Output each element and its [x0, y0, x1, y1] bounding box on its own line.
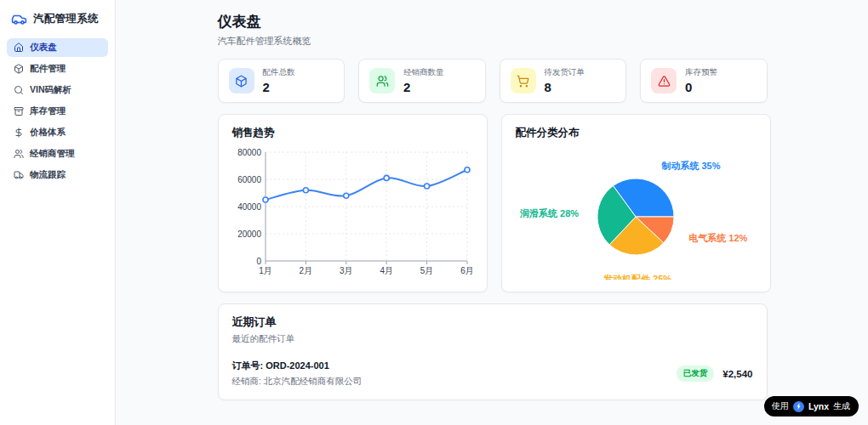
sidebar-item-label: 库存管理 — [30, 105, 66, 117]
sales-trend-card: 销售趋势 0200004000060000800001月2月3月4月5月6月 — [218, 114, 488, 292]
sales-trend-title: 销售趋势 — [232, 126, 473, 140]
svg-text:40000: 40000 — [237, 202, 261, 212]
app-title: 汽配管理系统 — [33, 12, 99, 26]
sidebar-item-inventory[interactable]: 库存管理 — [7, 102, 108, 121]
sidebar-nav: 仪表盘 配件管理 VIN码解析 库存管理 价格体系 经销商管理 物流跟踪 — [0, 37, 115, 186]
sidebar-item-label: 配件管理 — [30, 63, 66, 75]
category-distribution-card: 配件分类分布 制动系统 35%电气系统 12%发动机配件 25%润滑系统 28% — [501, 114, 771, 292]
svg-text:6月: 6月 — [460, 266, 473, 275]
car-icon — [11, 11, 27, 27]
package-icon — [229, 68, 254, 94]
charts-row: 销售趋势 0200004000060000800001月2月3月4月5月6月 配… — [218, 114, 768, 292]
category-distribution-title: 配件分类分布 — [516, 126, 757, 140]
main-content: 仪表盘 汽车配件管理系统概览 配件总数 2 经销商数量 2 — [117, 0, 868, 425]
badge-brand: Lynx — [808, 401, 829, 411]
category-pie-chart: 制动系统 35%电气系统 12%发动机配件 25%润滑系统 28% — [516, 147, 757, 280]
svg-text:80000: 80000 — [237, 148, 261, 157]
lynx-logo-icon — [793, 401, 804, 412]
sales-trend-line-chart: 0200004000060000800001月2月3月4月5月6月 — [232, 147, 473, 280]
stat-label: 经销商数量 — [403, 67, 444, 78]
sidebar-item-pricing[interactable]: 价格体系 — [7, 123, 108, 142]
recent-orders-title: 近期订单 — [232, 314, 753, 330]
status-badge: 已发货 — [677, 366, 715, 382]
stat-card-parts-total: 配件总数 2 — [218, 59, 345, 103]
stat-card-dealer-count: 经销商数量 2 — [358, 59, 486, 103]
svg-text:2月: 2月 — [299, 266, 312, 275]
order-number: 订单号: ORD-2024-001 — [232, 360, 363, 372]
badge-prefix: 使用 — [772, 400, 789, 412]
sidebar-item-vin[interactable]: VIN码解析 — [7, 81, 108, 99]
svg-text:电气系统 12%: 电气系统 12% — [688, 233, 747, 243]
svg-text:制动系统 35%: 制动系统 35% — [660, 161, 720, 171]
cart-icon — [511, 68, 536, 94]
sidebar: 汽配管理系统 仪表盘 配件管理 VIN码解析 库存管理 价格体系 经销商管理 — [0, 0, 116, 425]
search-icon — [14, 85, 24, 95]
svg-text:20000: 20000 — [237, 230, 261, 239]
stat-card-pending-orders: 待发货订单 8 — [500, 59, 627, 103]
svg-text:1月: 1月 — [259, 266, 272, 275]
alert-triangle-icon — [651, 68, 677, 94]
stats-row: 配件总数 2 经销商数量 2 待发货订单 8 — [218, 59, 768, 103]
dollar-icon — [14, 128, 24, 138]
truck-icon — [14, 170, 24, 180]
package-icon — [14, 64, 24, 74]
stat-label: 配件总数 — [263, 67, 295, 78]
sidebar-item-label: 物流跟踪 — [30, 169, 66, 181]
sidebar-item-label: VIN码解析 — [30, 84, 71, 96]
order-dealer: 经销商: 北京汽配经销商有限公司 — [232, 376, 363, 388]
svg-text:60000: 60000 — [237, 175, 261, 184]
stat-value: 8 — [545, 80, 585, 94]
lynx-generated-badge[interactable]: 使用 Lynx 生成 — [764, 396, 859, 416]
stat-label: 库存预警 — [685, 67, 717, 78]
svg-text:0: 0 — [256, 257, 261, 266]
stat-card-stock-alert: 库存预警 0 — [640, 59, 768, 103]
stat-value: 2 — [263, 80, 295, 94]
sidebar-item-dealers[interactable]: 经销商管理 — [7, 144, 108, 163]
svg-text:3月: 3月 — [340, 266, 353, 275]
sidebar-item-logistics[interactable]: 物流跟踪 — [7, 166, 108, 184]
svg-text:发动机配件 25%: 发动机配件 25% — [602, 274, 671, 280]
sidebar-item-label: 经销商管理 — [30, 148, 75, 160]
svg-text:4月: 4月 — [380, 266, 393, 275]
recent-orders-subtitle: 最近的配件订单 — [232, 333, 753, 345]
order-list-item[interactable]: 订单号: ORD-2024-001 经销商: 北京汽配经销商有限公司 已发货 ¥… — [232, 360, 753, 388]
page-title: 仪表盘 — [218, 12, 768, 31]
app-logo: 汽配管理系统 — [0, 0, 115, 37]
svg-text:润滑系统 28%: 润滑系统 28% — [519, 208, 579, 218]
users-icon — [369, 68, 395, 94]
home-icon — [14, 42, 24, 53]
svg-text:5月: 5月 — [420, 266, 433, 275]
sidebar-item-label: 价格体系 — [30, 127, 66, 139]
recent-orders-card: 近期订单 最近的配件订单 订单号: ORD-2024-001 经销商: 北京汽配… — [218, 303, 768, 400]
stat-value: 2 — [403, 80, 444, 94]
badge-suffix: 生成 — [833, 400, 850, 412]
sidebar-item-dashboard[interactable]: 仪表盘 — [7, 38, 108, 57]
stat-value: 0 — [685, 80, 717, 94]
sidebar-item-label: 仪表盘 — [30, 42, 57, 54]
page-subtitle: 汽车配件管理系统概览 — [218, 35, 768, 48]
order-amount: ¥2,540 — [722, 369, 752, 379]
archive-icon — [14, 106, 24, 116]
users-icon — [14, 149, 24, 159]
stat-label: 待发货订单 — [545, 67, 585, 78]
sidebar-item-parts[interactable]: 配件管理 — [7, 60, 108, 78]
